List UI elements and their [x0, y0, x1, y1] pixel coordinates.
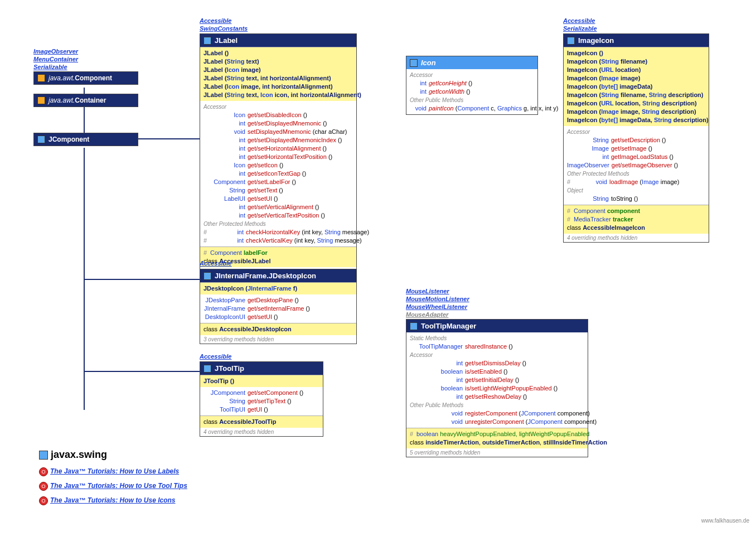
ctor: JLabel () [203, 49, 353, 57]
footer-url: www.falkhausen.de [701, 518, 749, 524]
package-icon [39, 451, 48, 460]
link-mouselistener[interactable]: MouseListener [406, 287, 469, 295]
class-name: Container [75, 96, 106, 104]
jlabel-header[interactable]: JLabel [200, 34, 356, 47]
class-name: JComponent [49, 136, 89, 143]
icon-accessor: Accessor intgetIconHeight () intgetIconW… [406, 69, 537, 114]
package-title: javax.swing [39, 449, 107, 461]
link-mousewheellistener[interactable]: MouseWheelListener [406, 303, 469, 311]
pkg-prefix: java.awt. [49, 96, 75, 104]
jlabel-ctors: JLabel () JLabel (String text) JLabel (I… [200, 47, 356, 101]
imageicon-interfaces: Accessible Serializable [563, 17, 597, 32]
tooltipmgr-interfaces: MouseListener MouseMotionListener MouseW… [406, 287, 469, 318]
class-component[interactable]: java.awt.Component [33, 71, 138, 85]
class-name: ToolTipManager [421, 322, 476, 330]
class-icon [37, 96, 45, 104]
icon-header[interactable]: Icon [406, 56, 537, 69]
class-icon [37, 136, 45, 143]
oracle-icon: O [39, 496, 48, 505]
link-swingconstants[interactable]: SwingConstants [200, 25, 248, 32]
class-icon [410, 322, 418, 330]
class-imageicon: ImageIcon ImageIcon () ImageIcon (String… [563, 33, 709, 243]
class-name: ImageIcon [578, 36, 614, 45]
jtooltip-interfaces: Accessible [200, 352, 231, 360]
section-label-protected: Other Protected Methods [203, 221, 353, 227]
class-jcomponent[interactable]: JComponent [33, 133, 138, 146]
tooltipmgr-header[interactable]: ToolTipManager [406, 320, 588, 332]
link-accessible[interactable]: Accessible [200, 259, 231, 267]
jdesktop-header[interactable]: JInternalFrame.JDesktopIcon [200, 269, 356, 282]
interface-icon-badge [410, 59, 418, 67]
interface-name: Icon [421, 59, 436, 67]
class-name: JLabel [215, 36, 238, 45]
jdesktop-interfaces: Accessible [200, 259, 231, 267]
component-interfaces: ImageObserver MenuContainer Serializable [33, 47, 78, 71]
class-name: JInternalFrame.JDesktopIcon [215, 272, 316, 280]
class-jlabel: JLabel JLabel () JLabel (String text) JL… [200, 33, 357, 276]
class-icon [203, 365, 211, 373]
jtooltip-header[interactable]: JToolTip [200, 362, 323, 375]
imageicon-ctors: ImageIcon () ImageIcon (String filename)… [564, 47, 709, 126]
oracle-icon: O [39, 467, 48, 476]
ctor: JLabel (String text, Icon icon, int hori… [203, 91, 353, 99]
link-accessible[interactable]: Accessible [200, 352, 231, 360]
hidden-note: 3 overriding methods hidden [200, 335, 356, 344]
interface-icon: Icon Accessor intgetIconHeight () intget… [406, 56, 538, 115]
pkg-prefix: java.awt. [49, 74, 75, 82]
link-imageobserver[interactable]: ImageObserver [33, 47, 78, 55]
link-mousemotionlistener[interactable]: MouseMotionListener [406, 295, 469, 303]
ctor: JLabel (String text, int horizontalAlign… [203, 74, 353, 83]
ctor: JLabel (Icon image, int horizontalAlignm… [203, 83, 353, 91]
link-accessible[interactable]: Accessible [200, 17, 248, 25]
class-container[interactable]: java.awt.Container [33, 94, 138, 107]
class-jdesktopicon: JInternalFrame.JDesktopIcon JDesktopIcon… [200, 269, 357, 344]
link-mouseadapter[interactable]: MouseAdapter [406, 311, 469, 318]
class-icon [567, 37, 575, 45]
tutorial-link-2[interactable]: OThe Java™ Tutorials: How to Use Tool Ti… [39, 482, 187, 491]
class-icon [203, 37, 211, 45]
imageicon-header[interactable]: ImageIcon [564, 34, 709, 47]
oracle-icon: O [39, 482, 48, 491]
link-accessible[interactable]: Accessible [563, 17, 597, 25]
tutorial-link-1[interactable]: OThe Java™ Tutorials: How to Use Labels [39, 467, 179, 476]
link-menucontainer[interactable]: MenuContainer [33, 55, 78, 63]
hidden-note: 4 overriding methods hidden [564, 234, 709, 242]
class-icon [37, 74, 45, 82]
ctor: JLabel (Icon image) [203, 66, 353, 74]
class-jtooltip: JToolTip JToolTip () JComponentget/setCo… [200, 361, 323, 437]
imageicon-accessor: Accessor Stringget/setDescription () Ima… [564, 126, 709, 205]
class-name: Component [75, 74, 112, 82]
imageicon-fields: #Component component #MediaTracker track… [564, 205, 709, 234]
section-label-accessor: Accessor [203, 104, 353, 110]
link-serializable[interactable]: Serializable [563, 25, 597, 32]
ctor: JLabel (String text) [203, 57, 353, 66]
class-tooltipmanager: ToolTipManager Static Methods ToolTipMan… [406, 319, 588, 457]
link-serializable[interactable]: Serializable [33, 63, 78, 71]
hidden-note: 5 overriding methods hidden [406, 448, 588, 457]
jlabel-interfaces: Accessible SwingConstants [200, 17, 248, 32]
hidden-note: 4 overriding methods hidden [200, 428, 323, 436]
class-name: JToolTip [215, 364, 244, 373]
tutorial-link-3[interactable]: OThe Java™ Tutorials: How to Use Icons [39, 496, 176, 505]
jlabel-accessor: Accessor Iconget/setDisabledIcon () intg… [200, 101, 356, 247]
class-icon [203, 272, 211, 280]
